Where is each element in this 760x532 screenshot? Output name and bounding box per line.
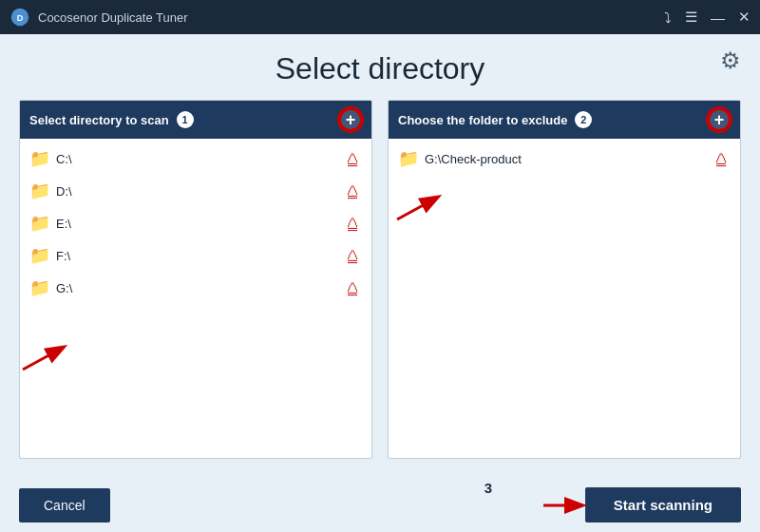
right-panel-badge: 2 [575, 111, 592, 128]
menu-icon[interactable]: ☰ [685, 9, 697, 26]
dir-name: D:\ [56, 184, 72, 199]
close-icon[interactable]: ✕ [738, 9, 750, 26]
share-icon[interactable]: ⤵ [664, 10, 672, 26]
left-panel-title: Select directory to scan [29, 113, 169, 127]
list-item: 📁 G:\Check-product ⩠ [389, 142, 740, 175]
remove-f-button[interactable]: ⩠ [345, 247, 362, 264]
left-panel-header: Select directory to scan 1 + [20, 101, 371, 139]
remove-exclude-button[interactable]: ⩠ [713, 150, 731, 167]
svg-text:D: D [17, 13, 24, 23]
start-scan-group: 3 Start scanning [542, 487, 741, 522]
panels-row: Select directory to scan 1 + 📁 C:\ ⩠ 📁 [19, 100, 741, 459]
dir-name: F:\ [56, 249, 70, 263]
start-scanning-button[interactable]: Start scanning [585, 487, 741, 522]
add-exclude-dir-button[interactable]: + [708, 108, 731, 131]
remove-c-button[interactable]: ⩠ [345, 150, 362, 167]
list-item: 📁 C:\ ⩠ [20, 142, 371, 175]
dir-name: C:\ [56, 152, 72, 166]
list-item: 📁 G:\ ⩠ [20, 272, 371, 304]
step-3-arrow [542, 491, 589, 520]
remove-d-button[interactable]: ⩠ [345, 182, 362, 200]
settings-gear-icon[interactable]: ⚙ [720, 48, 741, 74]
app-logo: D [10, 7, 30, 28]
left-panel-badge: 1 [177, 111, 194, 128]
folder-icon: 📁 [29, 148, 50, 169]
remove-g-button[interactable]: ⩠ [345, 279, 362, 296]
list-item: 📁 E:\ ⩠ [20, 207, 371, 239]
remove-e-button[interactable]: ⩠ [345, 215, 362, 232]
main-content: Select directory ⚙ Select directory to s… [0, 34, 760, 478]
folder-icon: 📁 [398, 148, 419, 169]
left-panel: Select directory to scan 1 + 📁 C:\ ⩠ 📁 [19, 100, 372, 459]
cancel-button[interactable]: Cancel [19, 488, 110, 522]
bottom-bar: Cancel 3 Start scanning [0, 478, 760, 532]
folder-icon: 📁 [29, 245, 50, 266]
folder-icon: 📁 [29, 180, 50, 201]
title-bar: D Cocosenor Duplicate Tuner ⤵ ☰ — ✕ [0, 0, 760, 34]
window-controls: ⤵ ☰ — ✕ [664, 9, 750, 26]
minimize-icon[interactable]: — [711, 10, 725, 26]
list-item: 📁 F:\ ⩠ [20, 239, 371, 272]
right-panel-header: Choose the folder to exclude 2 + [389, 101, 740, 139]
right-panel: Choose the folder to exclude 2 + 📁 G:\Ch… [388, 100, 741, 459]
app-title: Cocosenor Duplicate Tuner [38, 10, 664, 25]
add-scan-dir-button[interactable]: + [339, 108, 362, 131]
folder-icon: 📁 [29, 277, 50, 298]
dir-name: E:\ [56, 217, 71, 231]
page-title: Select directory [19, 34, 741, 100]
right-panel-body: 📁 G:\Check-product ⩠ [389, 139, 740, 458]
list-item: 📁 D:\ ⩠ [20, 175, 371, 207]
right-panel-title: Choose the folder to exclude [398, 113, 567, 127]
dir-name: G:\Check-product [425, 152, 522, 166]
folder-icon: 📁 [29, 213, 50, 234]
dir-name: G:\ [56, 281, 72, 295]
left-panel-body: 📁 C:\ ⩠ 📁 D:\ ⩠ 📁 E:\ [20, 139, 371, 458]
step-3-label: 3 [484, 480, 492, 496]
